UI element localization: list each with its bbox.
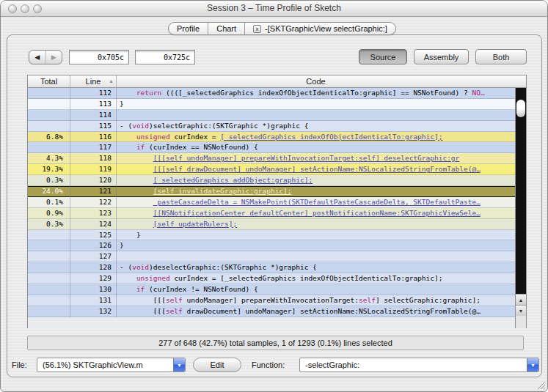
table-row[interactable]: 4.3%118 [[[self undoManager] prepareWith… — [28, 153, 515, 164]
column-header-total[interactable]: Total — [28, 75, 70, 87]
code-text: )deselectGraphic:(SKTGraphic *)graphic { — [149, 263, 317, 271]
table-row[interactable]: 19.3%119 [[[self drawDocument] undoManag… — [28, 164, 515, 175]
table-row[interactable]: 132 [[[self drawDocument] undoManager] s… — [28, 306, 515, 317]
table-row[interactable]: 117 if (curIndex == NSNotFound) { — [28, 142, 515, 153]
code-text — [120, 133, 136, 141]
code-link[interactable]: [[[self undoManager] prepareWithInvocati… — [153, 154, 460, 162]
row-total-percent — [28, 230, 70, 241]
row-total-percent — [28, 142, 70, 153]
row-total-percent — [28, 295, 70, 306]
code-link[interactable]: [[[self drawDocument] undoManager] setAc… — [153, 165, 481, 173]
table-row[interactable]: 0.9%123 [[NSNotificationCenter defaultCe… — [28, 208, 515, 219]
function-popup-value: -selectGraphic: — [300, 360, 527, 369]
window-title: Session 3 – Time Profile of Sketch — [1, 3, 547, 13]
title-bar: Session 3 – Time Profile of Sketch — [1, 1, 547, 17]
table-row[interactable]: 130 if (curIndex != NSNotFound) { — [28, 284, 515, 295]
tab-chart[interactable]: Chart — [208, 23, 245, 34]
row-code: [[[self undoManager] prepareWithInvocati… — [117, 153, 515, 164]
both-view-button[interactable]: Both — [475, 49, 527, 64]
table-row[interactable]: 6.8%116 unsigned curIndex = [_selectedGr… — [28, 132, 515, 143]
scrollbar-header-corner — [515, 75, 526, 87]
code-link[interactable]: [self invalidateGraphic:graphic]; — [153, 187, 292, 195]
table-row[interactable]: 126} — [28, 240, 515, 251]
address-end-field[interactable] — [135, 50, 195, 64]
row-total-percent — [28, 273, 70, 284]
table-row[interactable]: 0.1%122 _pasteCascadeDelta = NSMakePoint… — [28, 197, 515, 208]
scroll-up-button[interactable]: ▲ — [516, 294, 526, 305]
code-keyword: if — [136, 285, 145, 293]
code-text: } — [120, 100, 124, 108]
code-link[interactable]: [_selectedGraphics addObject:graphic]; — [153, 176, 313, 184]
code-link[interactable]: _pasteCascadeDelta = NSMakePoint(SKTDefa… — [153, 198, 481, 206]
table-row[interactable]: 115- (void)selectGraphic:(SKTGraphic *)g… — [28, 121, 515, 132]
row-code: - (void)selectGraphic:(SKTGraphic *)grap… — [117, 121, 515, 132]
code-text: )selectGraphic:(SKTGraphic *)graphic { — [149, 122, 308, 130]
file-popup[interactable]: (56.1%) SKTGraphicView.m ▼ — [37, 358, 186, 372]
address-start-field[interactable] — [69, 50, 129, 64]
table-row[interactable]: 127 — [28, 251, 515, 262]
code-text: curIndex = [_selectedGraphics indexOfObj… — [170, 274, 443, 282]
scrollbar-track[interactable] — [516, 88, 526, 294]
code-text: drawDocument] undoManager] setActionName… — [183, 307, 481, 315]
row-total-percent — [28, 251, 70, 262]
table-row[interactable]: 128- (void)deselectGraphic:(SKTGraphic *… — [28, 262, 515, 273]
code-link[interactable]: [[NSNotificationCenter defaultCenter] po… — [153, 209, 481, 217]
history-nav-control[interactable]: ◀ ▶ — [29, 50, 62, 64]
code-text — [120, 209, 153, 217]
row-code: } — [117, 99, 515, 110]
code-text — [120, 198, 153, 206]
table-row[interactable]: 0.3%124 [self updateRulers]; — [28, 219, 515, 230]
table-row[interactable]: 0.3%120 [_selectedGraphics addObject:gra… — [28, 175, 515, 186]
row-total-percent — [28, 306, 70, 317]
table-row[interactable]: 131 [[[self undoManager] prepareWithInvo… — [28, 295, 515, 306]
scroll-down-button[interactable]: ▼ — [516, 305, 526, 316]
row-code: return ((([_selectedGraphics indexOfObje… — [117, 88, 515, 99]
back-arrow-icon[interactable]: ◀ — [29, 51, 46, 64]
resize-grip[interactable] — [536, 380, 546, 390]
row-line-number: 113 — [70, 99, 117, 110]
row-line-number: 120 — [70, 175, 117, 186]
close-tab-icon[interactable]: x — [253, 25, 261, 33]
row-code: [_selectedGraphics addObject:graphic]; — [117, 175, 515, 186]
row-code: [self invalidateGraphic:graphic]; — [117, 186, 515, 197]
row-total-percent: 0.3% — [28, 175, 70, 186]
row-total-percent — [28, 99, 70, 110]
table-row[interactable]: 112 return ((([_selectedGraphics indexOf… — [28, 88, 515, 99]
source-view-button[interactable]: Source — [359, 49, 407, 64]
code-link[interactable]: [_selectedGraphics indexOfObjectIdentica… — [220, 133, 442, 141]
column-header-line[interactable]: Line ▲ — [70, 75, 117, 87]
row-line-number: 114 — [70, 110, 117, 121]
row-total-percent — [28, 110, 70, 121]
function-popup[interactable]: -selectGraphic: ▼ — [299, 358, 539, 372]
assembly-view-button[interactable]: Assembly — [414, 49, 469, 64]
row-line-number: 121 — [70, 186, 117, 197]
function-popup-arrow-icon[interactable]: ▼ — [527, 358, 538, 371]
forward-arrow-icon[interactable]: ▶ — [46, 51, 62, 64]
row-code: [self updateRulers]; — [117, 219, 515, 230]
code-link[interactable]: [self updateRulers]; — [153, 220, 237, 228]
row-line-number: 125 — [70, 230, 117, 241]
function-label: Function: — [252, 360, 285, 369]
code-text: - ( — [120, 122, 132, 130]
row-line-number: 115 — [70, 121, 117, 132]
row-code: _pasteCascadeDelta = NSMakePoint(SKTDefa… — [117, 197, 515, 208]
scrollbar-thumb[interactable] — [516, 100, 525, 117]
file-popup-arrow-icon[interactable]: ▼ — [173, 358, 185, 371]
code-keyword: if — [136, 143, 145, 151]
row-line-number: 112 — [70, 88, 117, 99]
code-keyword: self — [166, 296, 183, 304]
table-row[interactable]: 114 — [28, 110, 515, 121]
row-line-number: 129 — [70, 273, 117, 284]
tab-selected-function[interactable]: x -[SKTGraphicView selectGraphic:] — [245, 23, 395, 34]
code-keyword: return — [136, 89, 161, 97]
tab-profile[interactable]: Profile — [169, 23, 208, 34]
table-row-selected[interactable]: 24.0%121 [self invalidateGraphic:graphic… — [28, 186, 515, 197]
table-row[interactable]: 129 unsigned curIndex = [_selectedGraphi… — [28, 273, 515, 284]
column-header-code[interactable]: Code — [117, 75, 515, 87]
code-profile-table: Total Line ▲ Code 112 return ((([_select… — [27, 75, 527, 328]
code-keyword: self — [359, 296, 376, 304]
edit-button[interactable]: Edit — [193, 358, 241, 372]
table-row[interactable]: 113} — [28, 99, 515, 110]
table-row[interactable]: 125 } — [28, 230, 515, 241]
row-total-percent: 19.3% — [28, 164, 70, 175]
